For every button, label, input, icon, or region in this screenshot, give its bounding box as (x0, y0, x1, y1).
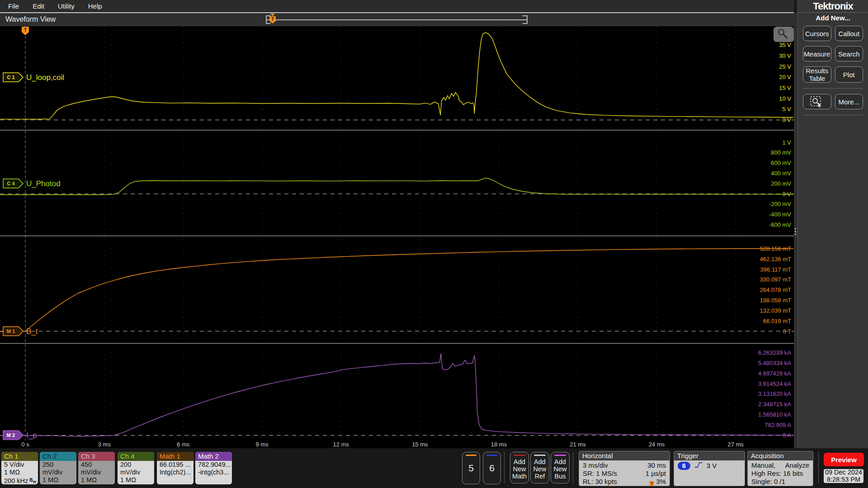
add-button-color-stripe (514, 455, 525, 456)
time-tick-label: 21 ms (570, 441, 586, 448)
acquisition-overview-bar[interactable]: T (266, 14, 528, 25)
channel-card-math1[interactable]: Math 166.0195 ...Intg(ch2)... (157, 452, 193, 484)
channel-badge-label: C 4 (7, 181, 15, 186)
channel-setting-value: 66.0195 ... (160, 461, 191, 469)
axis-tick-label: 5.480334 kA (758, 360, 791, 366)
axis-tick-label: 0 A (783, 432, 791, 439)
more-button[interactable]: More... (835, 94, 863, 109)
channel-setting-value: 250 mV/div (42, 461, 75, 476)
time-tick-label: 18 ms (491, 441, 507, 448)
date-label: 09 Dec 2024 (824, 469, 863, 476)
acquisition-value: Analyze (785, 461, 809, 469)
zoom-select-icon (810, 95, 824, 108)
add-button-color-stripe (554, 455, 566, 456)
channel-card-ch4[interactable]: Ch 4200 mV/div1 MΩ200 kHzBW (118, 452, 154, 484)
channel-card-body: 450 mV/div1 MΩ200 kHzBW (78, 461, 115, 484)
bottombar-separator (818, 452, 819, 483)
channel-card-row: 5 V/div (1, 461, 38, 469)
trace-m2 (0, 353, 793, 436)
axis-tick-label: 35 V (779, 42, 791, 48)
search-button[interactable]: Search (835, 46, 863, 61)
channel-card-body: 66.0195 ...Intg(ch2)... (157, 461, 193, 484)
time-tick-label: 3 ms (98, 441, 111, 448)
menu-bar: FileEditUtilityHelp (0, 0, 794, 12)
axis-tick-label: -400 mV (769, 211, 791, 218)
waveform-canvas[interactable]: 0 s3 ms6 ms9 ms12 ms15 ms18 ms21 ms24 ms… (0, 26, 794, 448)
channel-card-row: 250 mV/div (40, 461, 76, 476)
add-new-bus-button[interactable]: Add New Bus (551, 452, 570, 483)
menu-item-edit[interactable]: Edit (33, 2, 44, 10)
trace-name-label: U_loop,coil (26, 73, 64, 82)
view-splitter[interactable] (794, 12, 797, 448)
channel-card-title: Ch 4 (118, 452, 154, 461)
time-label: 8:28:53 PM (824, 476, 863, 483)
acquisition-panel[interactable]: AcquisitionManual,AnalyzeHigh Res: 16 bi… (747, 451, 813, 486)
channel-setting-value: -intg(ch3... (198, 469, 229, 476)
axis-tick-label: 198.058 mT (760, 297, 791, 304)
horizontal-value-left: 3 ms/div (583, 461, 608, 469)
axis-tick-label: 1.565810 kA (758, 411, 791, 418)
time-tick-label: 24 ms (649, 441, 665, 448)
channel-card-title: Math 1 (157, 452, 193, 461)
channel-setting-value: 1 MΩ (81, 476, 97, 484)
bandwidth-limit-icon: BW (29, 476, 36, 484)
channel-badge-label: M 2 (7, 432, 15, 438)
datetime-display: 09 Dec 2024 8:28:53 PM (824, 469, 863, 483)
add-new-header: Add New... (798, 14, 868, 22)
bottombar-separator (573, 452, 573, 483)
trigger-panel-title: Trigger (674, 451, 745, 460)
channel-card-row: 1 MΩ (40, 476, 76, 484)
axis-tick-label: 30 V (779, 52, 791, 59)
axis-tick-label: 200 mV (771, 180, 791, 187)
channel-card-math2[interactable]: Math 2782.9049...-intg(ch3... (195, 452, 232, 484)
axis-tick-label: 3.131620 kA (758, 390, 791, 397)
waveview-button-6[interactable]: 6 (483, 452, 501, 484)
menu-item-help[interactable]: Help (88, 2, 102, 10)
splitter-grip-icon[interactable] (795, 228, 796, 230)
axis-tick-label: -200 mV (769, 201, 791, 207)
waveform-view-title: Waveform View (5, 15, 56, 23)
axis-tick-label: 4.697429 kA (758, 370, 791, 377)
channel-card-body: 5 V/div1 MΩ200 kHzBW (1, 461, 38, 484)
channel-card-row: 1 MΩ (118, 476, 154, 484)
view-button-color-stripe (466, 455, 476, 456)
axis-tick-label: -600 mV (769, 221, 791, 228)
channel-card-title: Ch 3 (78, 452, 115, 461)
channel-card-title: Math 2 (195, 452, 232, 461)
horizontal-panel[interactable]: Horizontal3 ms/div30 msSR: 1 MS/s1 µs/pt… (579, 451, 670, 486)
channel-card-row: -intg(ch3... (195, 469, 232, 476)
trigger-panel[interactable]: Trigger63 V (674, 451, 745, 486)
menu-item-file[interactable]: File (8, 2, 19, 10)
horizontal-value-right: T3% (649, 478, 666, 486)
menu-item-utility[interactable]: Utility (58, 2, 75, 10)
waveform-plot-area[interactable]: 0 s3 ms6 ms9 ms12 ms15 ms18 ms21 ms24 ms… (0, 26, 794, 448)
axis-tick-label: 66.019 mT (763, 318, 791, 324)
zoom-select-button[interactable] (803, 94, 831, 109)
trigger-source-badge[interactable]: 6 (678, 462, 690, 470)
time-tick-label: 9 ms (256, 441, 269, 448)
measure-button[interactable]: Measure (803, 46, 831, 61)
add-new-ref-button[interactable]: Add New Ref (530, 452, 549, 483)
trace-name-label: B_t (26, 327, 38, 336)
cursors-button[interactable]: Cursors (803, 26, 831, 41)
results-table-button[interactable]: Results Table (803, 66, 831, 83)
axis-tick-label: 0 V (782, 117, 791, 123)
channel-card-ch2[interactable]: Ch 2250 mV/div1 MΩ200 kHzBW (40, 452, 76, 484)
channel-card-row: 1 MΩ (78, 476, 115, 484)
preview-button[interactable]: Preview (824, 453, 864, 466)
channel-card-row: 450 mV/div (78, 461, 115, 476)
waveview-button-5[interactable]: 5 (462, 452, 480, 484)
channel-card-ch3[interactable]: Ch 3450 mV/div1 MΩ200 kHzBW (78, 452, 115, 484)
channel-card-ch1[interactable]: Ch 15 V/div1 MΩ200 kHzBW (1, 452, 38, 484)
plot-button[interactable]: Plot (835, 66, 863, 83)
axis-tick-label: 800 mV (771, 149, 791, 156)
add-new-math-button[interactable]: Add New Math (510, 452, 529, 483)
horizontal-row: 3 ms/div30 ms (583, 461, 666, 469)
axis-tick-label: 132.039 mT (760, 307, 791, 314)
axis-tick-label: 20 V (779, 74, 791, 80)
channel-card-row: Intg(ch2)... (157, 469, 193, 476)
callout-button[interactable]: Callout (835, 26, 863, 41)
channel-setting-value: 200 mV/div (120, 461, 152, 476)
horizontal-panel-title: Horizontal (579, 451, 670, 460)
axis-tick-label: 3.914524 kA (758, 380, 791, 387)
